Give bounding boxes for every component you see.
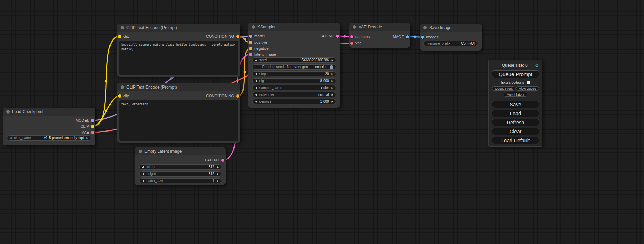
decrement-arrow-icon[interactable]: ◀ [142,173,144,175]
output-slot-latent[interactable] [336,35,339,38]
decrement-arrow-icon[interactable]: ◀ [255,100,257,103]
increment-arrow-icon[interactable]: ▶ [332,80,333,82]
increment-arrow-icon[interactable]: ▶ [332,93,333,96]
output-slot-vae[interactable] [91,131,94,134]
widget-value: euler [321,86,329,90]
decrement-arrow-icon[interactable]: ◀ [255,80,257,82]
widget-label: width [146,165,154,169]
settings-gear-icon[interactable]: ⚙ [535,63,539,68]
node-title: Save Image [429,25,451,30]
node-titlebar[interactable]: CLIP Text Encode (Prompt) [117,24,240,32]
input-slot-negative[interactable] [249,47,252,50]
widget-width[interactable]: ◀ width 512 ▶ [139,164,221,170]
widget-steps[interactable]: ◀ steps 20 ▶ [252,71,336,76]
node-empty-latent-image[interactable]: Empty Latent Image LATENT ◀ width 512 ▶ … [135,147,226,185]
decrement-arrow-icon[interactable]: ◀ [142,166,144,168]
node-titlebar[interactable]: Save Image [420,24,482,32]
save-button[interactable]: Save [492,101,539,108]
view-queue-button[interactable]: View Queue [516,86,539,91]
node-titlebar[interactable]: Load Checkpoint [3,108,95,116]
input-label-clip: clip [123,94,129,98]
input-slot-latent-image[interactable] [249,53,252,56]
node-clip-text-encode-negative[interactable]: CLIP Text Encode (Prompt) clip CONDITION… [117,83,240,143]
collapse-dot-icon[interactable] [139,150,142,153]
collapse-dot-icon[interactable] [252,25,255,29]
widget-label: batch_size [146,179,163,183]
decrement-arrow-icon[interactable]: ◀ [255,73,257,75]
node-titlebar[interactable]: CLIP Text Encode (Prompt) [117,83,240,91]
output-slot-conditioning[interactable] [236,94,239,98]
widget-filename-prefix[interactable]: filename_prefix ComfyUI [423,41,478,46]
node-graph-canvas[interactable]: Load Checkpoint MODEL CLIP VAE ◀ ckpt_na… [0,0,644,244]
increment-arrow-icon[interactable]: ▶ [332,59,333,61]
widget-cfg[interactable]: ◀ cfg 8.000 ▶ [252,78,336,83]
widget-sampler-name[interactable]: ◀ sampler_name euler ▶ [252,85,336,90]
node-title: Empty Latent Image [144,149,182,154]
node-vae-decode[interactable]: VAE Decode samples IMAGE vae [349,23,410,48]
node-titlebar[interactable]: KSampler [248,23,340,31]
node-save-image[interactable]: Save Image images filename_prefix ComfyU… [420,24,482,51]
widget-denoise[interactable]: ◀ denoise 1.000 ▶ [252,99,336,104]
node-ksampler[interactable]: KSampler model LATENT positive negative … [248,23,340,108]
node-load-checkpoint[interactable]: Load Checkpoint MODEL CLIP VAE ◀ ckpt_na… [3,108,95,145]
increment-arrow-icon[interactable]: ▶ [332,87,333,89]
node-clip-text-encode-positive[interactable]: CLIP Text Encode (Prompt) clip CONDITION… [117,24,240,77]
collapse-dot-icon[interactable] [121,85,124,89]
menu-drag-handle-icon[interactable]: ⣿ [492,63,495,68]
decrement-arrow-icon[interactable]: ◀ [255,93,257,96]
decrement-arrow-icon[interactable]: ◀ [142,180,144,182]
input-slot-clip[interactable] [118,35,121,38]
decrement-arrow-icon[interactable]: ◀ [255,87,257,89]
widget-batch-size[interactable]: ◀ batch_size 1 ▶ [139,178,221,183]
toggle-dot-icon[interactable] [330,65,333,69]
output-slot-model[interactable] [91,119,94,122]
queue-prompt-button[interactable]: Queue Prompt [492,70,539,78]
output-slot-latent[interactable] [221,159,224,162]
decrement-arrow-icon[interactable]: ◀ [10,137,11,139]
queue-front-button[interactable]: Queue Front [492,86,516,91]
collapse-dot-icon[interactable] [121,26,124,29]
decrement-arrow-icon[interactable]: ◀ [255,59,257,61]
extra-options-checkbox[interactable] [527,81,530,84]
input-slot-vae[interactable] [350,42,353,45]
increment-arrow-icon[interactable]: ▶ [332,73,333,75]
node-titlebar[interactable]: Empty Latent Image [135,147,226,155]
output-slot-clip[interactable] [91,125,94,128]
collapse-dot-icon[interactable] [6,110,10,114]
prompt-textarea[interactable]: text, watermark [119,100,238,141]
collapse-dot-icon[interactable] [423,26,427,29]
output-label-conditioning: CONDITIONING [206,34,234,38]
view-history-button[interactable]: View History [504,92,527,97]
input-slot-clip[interactable] [118,94,121,98]
collapse-dot-icon[interactable] [353,25,356,29]
widget-value: enabled [315,65,327,69]
increment-arrow-icon[interactable]: ▶ [87,137,88,139]
widget-value: 8.000 [320,79,329,83]
input-slot-samples[interactable] [350,35,353,38]
load-default-button[interactable]: Load Default [492,137,539,144]
node-titlebar[interactable]: VAE Decode [349,23,410,31]
widget-random-seed-toggle[interactable]: Random seed after every gen enabled [252,64,336,70]
refresh-button[interactable]: Refresh [492,119,539,126]
widget-seed[interactable]: ◀ seed 156680208700286 ▶ [252,57,336,63]
clear-button[interactable]: Clear [492,128,539,135]
load-button[interactable]: Load [492,110,539,117]
output-slot-conditioning[interactable] [236,35,239,38]
widget-height[interactable]: ◀ height 512 ▶ [139,171,221,177]
input-slot-positive[interactable] [249,41,252,44]
link-dot [414,36,416,38]
increment-arrow-icon[interactable]: ▶ [217,166,219,168]
increment-arrow-icon[interactable]: ▶ [332,100,333,103]
output-label-clip: CLIP [81,124,89,128]
widget-scheduler[interactable]: ◀ scheduler normal ▶ [252,92,336,97]
input-slot-model[interactable] [249,35,252,38]
widget-label: steps [259,72,267,76]
widget-label: filename_prefix [427,42,450,45]
increment-arrow-icon[interactable]: ▶ [217,173,219,175]
output-slot-image[interactable] [406,35,409,38]
input-slot-images[interactable] [421,36,424,39]
widget-ckpt-name[interactable]: ◀ ckpt_name v1-5-pruned-emaonly.ckpt ▶ [7,135,91,141]
increment-arrow-icon[interactable]: ▶ [217,180,219,182]
prompt-textarea[interactable]: beautiful scenery nature glass bottle la… [119,41,238,75]
link-dot [105,80,107,83]
